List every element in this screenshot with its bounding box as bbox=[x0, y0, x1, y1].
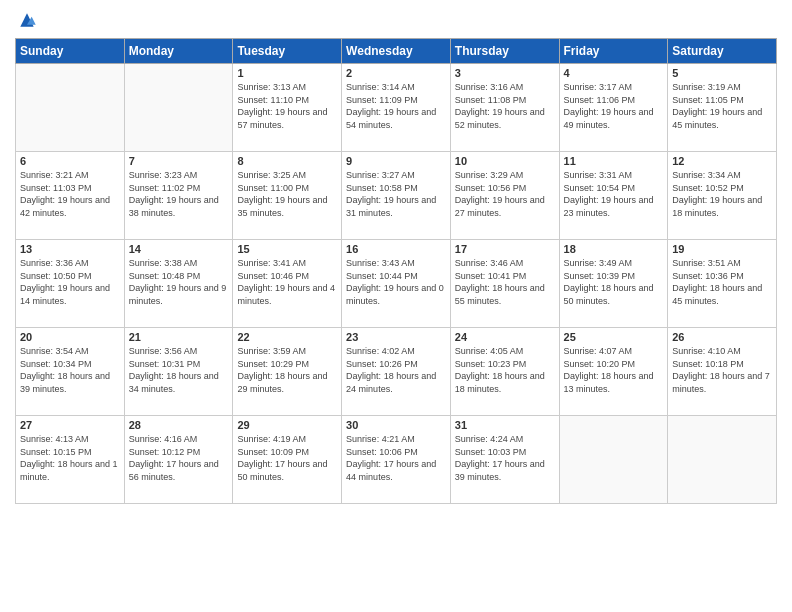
day-number: 10 bbox=[455, 155, 555, 167]
calendar-cell: 24Sunrise: 4:05 AM Sunset: 10:23 PM Dayl… bbox=[450, 328, 559, 416]
calendar-cell: 22Sunrise: 3:59 AM Sunset: 10:29 PM Dayl… bbox=[233, 328, 342, 416]
day-info: Sunrise: 3:54 AM Sunset: 10:34 PM Daylig… bbox=[20, 345, 120, 395]
calendar-cell: 20Sunrise: 3:54 AM Sunset: 10:34 PM Dayl… bbox=[16, 328, 125, 416]
day-info: Sunrise: 3:17 AM Sunset: 11:06 PM Daylig… bbox=[564, 81, 664, 131]
calendar-cell: 26Sunrise: 4:10 AM Sunset: 10:18 PM Dayl… bbox=[668, 328, 777, 416]
calendar-header-tuesday: Tuesday bbox=[233, 39, 342, 64]
day-info: Sunrise: 3:14 AM Sunset: 11:09 PM Daylig… bbox=[346, 81, 446, 131]
day-number: 25 bbox=[564, 331, 664, 343]
calendar-cell: 29Sunrise: 4:19 AM Sunset: 10:09 PM Dayl… bbox=[233, 416, 342, 504]
day-info: Sunrise: 3:41 AM Sunset: 10:46 PM Daylig… bbox=[237, 257, 337, 307]
calendar-cell: 2Sunrise: 3:14 AM Sunset: 11:09 PM Dayli… bbox=[342, 64, 451, 152]
day-number: 2 bbox=[346, 67, 446, 79]
day-info: Sunrise: 3:46 AM Sunset: 10:41 PM Daylig… bbox=[455, 257, 555, 307]
day-info: Sunrise: 3:29 AM Sunset: 10:56 PM Daylig… bbox=[455, 169, 555, 219]
day-number: 14 bbox=[129, 243, 229, 255]
calendar-cell: 8Sunrise: 3:25 AM Sunset: 11:00 PM Dayli… bbox=[233, 152, 342, 240]
day-info: Sunrise: 4:21 AM Sunset: 10:06 PM Daylig… bbox=[346, 433, 446, 483]
day-info: Sunrise: 3:19 AM Sunset: 11:05 PM Daylig… bbox=[672, 81, 772, 131]
logo bbox=[15, 10, 37, 30]
calendar-cell: 4Sunrise: 3:17 AM Sunset: 11:06 PM Dayli… bbox=[559, 64, 668, 152]
calendar-week-row: 13Sunrise: 3:36 AM Sunset: 10:50 PM Dayl… bbox=[16, 240, 777, 328]
day-info: Sunrise: 4:10 AM Sunset: 10:18 PM Daylig… bbox=[672, 345, 772, 395]
day-info: Sunrise: 3:31 AM Sunset: 10:54 PM Daylig… bbox=[564, 169, 664, 219]
day-number: 11 bbox=[564, 155, 664, 167]
day-info: Sunrise: 4:13 AM Sunset: 10:15 PM Daylig… bbox=[20, 433, 120, 483]
day-info: Sunrise: 3:38 AM Sunset: 10:48 PM Daylig… bbox=[129, 257, 229, 307]
calendar-cell: 11Sunrise: 3:31 AM Sunset: 10:54 PM Dayl… bbox=[559, 152, 668, 240]
calendar-table: SundayMondayTuesdayWednesdayThursdayFrid… bbox=[15, 38, 777, 504]
day-number: 31 bbox=[455, 419, 555, 431]
day-info: Sunrise: 3:59 AM Sunset: 10:29 PM Daylig… bbox=[237, 345, 337, 395]
day-number: 6 bbox=[20, 155, 120, 167]
day-number: 23 bbox=[346, 331, 446, 343]
day-info: Sunrise: 3:27 AM Sunset: 10:58 PM Daylig… bbox=[346, 169, 446, 219]
day-number: 5 bbox=[672, 67, 772, 79]
day-number: 15 bbox=[237, 243, 337, 255]
calendar-cell: 9Sunrise: 3:27 AM Sunset: 10:58 PM Dayli… bbox=[342, 152, 451, 240]
day-info: Sunrise: 4:07 AM Sunset: 10:20 PM Daylig… bbox=[564, 345, 664, 395]
calendar-header-sunday: Sunday bbox=[16, 39, 125, 64]
calendar-week-row: 1Sunrise: 3:13 AM Sunset: 11:10 PM Dayli… bbox=[16, 64, 777, 152]
calendar-cell: 13Sunrise: 3:36 AM Sunset: 10:50 PM Dayl… bbox=[16, 240, 125, 328]
day-number: 1 bbox=[237, 67, 337, 79]
day-number: 13 bbox=[20, 243, 120, 255]
calendar-cell: 19Sunrise: 3:51 AM Sunset: 10:36 PM Dayl… bbox=[668, 240, 777, 328]
day-info: Sunrise: 3:49 AM Sunset: 10:39 PM Daylig… bbox=[564, 257, 664, 307]
calendar-cell: 3Sunrise: 3:16 AM Sunset: 11:08 PM Dayli… bbox=[450, 64, 559, 152]
day-number: 20 bbox=[20, 331, 120, 343]
day-number: 16 bbox=[346, 243, 446, 255]
day-number: 18 bbox=[564, 243, 664, 255]
calendar-cell: 28Sunrise: 4:16 AM Sunset: 10:12 PM Dayl… bbox=[124, 416, 233, 504]
day-info: Sunrise: 3:25 AM Sunset: 11:00 PM Daylig… bbox=[237, 169, 337, 219]
calendar-cell: 7Sunrise: 3:23 AM Sunset: 11:02 PM Dayli… bbox=[124, 152, 233, 240]
calendar-cell: 16Sunrise: 3:43 AM Sunset: 10:44 PM Dayl… bbox=[342, 240, 451, 328]
day-info: Sunrise: 4:05 AM Sunset: 10:23 PM Daylig… bbox=[455, 345, 555, 395]
calendar-header-thursday: Thursday bbox=[450, 39, 559, 64]
day-number: 24 bbox=[455, 331, 555, 343]
calendar-week-row: 20Sunrise: 3:54 AM Sunset: 10:34 PM Dayl… bbox=[16, 328, 777, 416]
calendar-header-wednesday: Wednesday bbox=[342, 39, 451, 64]
calendar-cell: 27Sunrise: 4:13 AM Sunset: 10:15 PM Dayl… bbox=[16, 416, 125, 504]
day-number: 17 bbox=[455, 243, 555, 255]
day-info: Sunrise: 3:21 AM Sunset: 11:03 PM Daylig… bbox=[20, 169, 120, 219]
day-info: Sunrise: 4:24 AM Sunset: 10:03 PM Daylig… bbox=[455, 433, 555, 483]
calendar-cell bbox=[124, 64, 233, 152]
calendar-cell: 10Sunrise: 3:29 AM Sunset: 10:56 PM Dayl… bbox=[450, 152, 559, 240]
header bbox=[15, 10, 777, 30]
day-number: 7 bbox=[129, 155, 229, 167]
day-number: 29 bbox=[237, 419, 337, 431]
day-number: 30 bbox=[346, 419, 446, 431]
day-number: 8 bbox=[237, 155, 337, 167]
calendar-header-friday: Friday bbox=[559, 39, 668, 64]
calendar-cell: 31Sunrise: 4:24 AM Sunset: 10:03 PM Dayl… bbox=[450, 416, 559, 504]
day-info: Sunrise: 3:16 AM Sunset: 11:08 PM Daylig… bbox=[455, 81, 555, 131]
calendar-cell bbox=[559, 416, 668, 504]
calendar-cell: 12Sunrise: 3:34 AM Sunset: 10:52 PM Dayl… bbox=[668, 152, 777, 240]
day-number: 19 bbox=[672, 243, 772, 255]
day-number: 12 bbox=[672, 155, 772, 167]
calendar-cell: 15Sunrise: 3:41 AM Sunset: 10:46 PM Dayl… bbox=[233, 240, 342, 328]
day-number: 9 bbox=[346, 155, 446, 167]
calendar-cell: 14Sunrise: 3:38 AM Sunset: 10:48 PM Dayl… bbox=[124, 240, 233, 328]
calendar-cell: 1Sunrise: 3:13 AM Sunset: 11:10 PM Dayli… bbox=[233, 64, 342, 152]
logo-icon bbox=[17, 10, 37, 30]
calendar-cell bbox=[16, 64, 125, 152]
calendar-cell bbox=[668, 416, 777, 504]
day-info: Sunrise: 4:16 AM Sunset: 10:12 PM Daylig… bbox=[129, 433, 229, 483]
day-info: Sunrise: 3:43 AM Sunset: 10:44 PM Daylig… bbox=[346, 257, 446, 307]
calendar-cell: 17Sunrise: 3:46 AM Sunset: 10:41 PM Dayl… bbox=[450, 240, 559, 328]
day-info: Sunrise: 4:02 AM Sunset: 10:26 PM Daylig… bbox=[346, 345, 446, 395]
day-number: 21 bbox=[129, 331, 229, 343]
calendar-week-row: 27Sunrise: 4:13 AM Sunset: 10:15 PM Dayl… bbox=[16, 416, 777, 504]
calendar-header-saturday: Saturday bbox=[668, 39, 777, 64]
calendar-cell: 18Sunrise: 3:49 AM Sunset: 10:39 PM Dayl… bbox=[559, 240, 668, 328]
calendar-header-monday: Monday bbox=[124, 39, 233, 64]
calendar-cell: 5Sunrise: 3:19 AM Sunset: 11:05 PM Dayli… bbox=[668, 64, 777, 152]
calendar-cell: 6Sunrise: 3:21 AM Sunset: 11:03 PM Dayli… bbox=[16, 152, 125, 240]
calendar-week-row: 6Sunrise: 3:21 AM Sunset: 11:03 PM Dayli… bbox=[16, 152, 777, 240]
day-info: Sunrise: 4:19 AM Sunset: 10:09 PM Daylig… bbox=[237, 433, 337, 483]
day-info: Sunrise: 3:56 AM Sunset: 10:31 PM Daylig… bbox=[129, 345, 229, 395]
day-number: 26 bbox=[672, 331, 772, 343]
day-info: Sunrise: 3:51 AM Sunset: 10:36 PM Daylig… bbox=[672, 257, 772, 307]
